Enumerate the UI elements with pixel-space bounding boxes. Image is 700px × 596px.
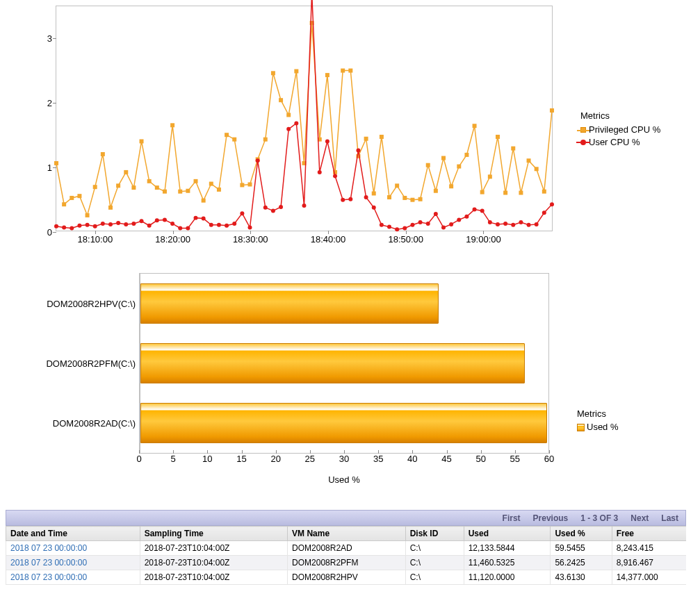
table-row: 2018 07 23 00:00:002018-07-23T10:04:00ZD… [6,570,687,585]
table-body: 2018 07 23 00:00:002018-07-23T10:04:00ZD… [6,541,687,585]
bar-x-tick: 25 [305,454,315,464]
data-point [496,135,500,139]
pager-first[interactable]: First [503,513,521,523]
disk-bar-chart-panel: DOM2008R2HPV(C:\)DOM2008R2PFM(C:\)DOM200… [0,273,686,485]
data-point [294,69,298,74]
data-point [341,198,345,202]
table-cell: 59.5455 [551,541,612,556]
bar-category-label: DOM2008R2PFM(C:\) [1,358,140,369]
data-point [535,222,539,226]
data-point [163,217,167,222]
data-point [488,220,492,224]
data-point [348,197,352,201]
data-point [86,223,90,227]
bar-x-axis-label: Used % [139,474,549,485]
table-cell: 2018-07-23T10:04:00Z [140,556,287,570]
x-tick: 18:10:00 [78,234,113,245]
data-point [511,147,515,151]
bar-row: DOM2008R2HPV(C:\) [1,274,550,333]
data-point [410,198,414,202]
column-header[interactable]: VM Name [288,527,406,541]
data-point [155,218,159,222]
data-point [124,170,128,174]
data-point [256,158,260,163]
data-point [108,206,113,210]
table-cell: 2018-07-23T10:04:00Z [140,570,287,585]
data-point [441,156,446,160]
data-point [232,138,236,142]
x-tick: 19:00:00 [466,234,501,245]
column-header[interactable]: Used [464,527,551,541]
data-point [434,189,438,193]
date-link[interactable]: 2018 07 23 00:00:00 [6,541,140,556]
data-point [464,215,469,219]
pager-last[interactable]: Last [661,513,678,523]
table-cell: C:\ [405,541,464,556]
data-point [441,226,446,230]
y-tick: 3 [42,33,52,44]
date-link[interactable]: 2018 07 23 00:00:00 [6,556,140,570]
table-cell: 43.6130 [551,570,612,585]
legend-item-used: Used % [577,421,619,433]
data-point [186,226,190,230]
table-cell: DOM2008R2AD [288,541,406,556]
data-point [279,98,283,102]
data-point [140,219,144,223]
pager-next[interactable]: Next [630,513,649,523]
data-point [116,183,120,188]
legend-title: Metrics [577,408,619,420]
data-point [232,222,236,226]
data-point [147,179,152,183]
data-point [286,127,291,131]
pager-previous[interactable]: Previous [533,513,569,523]
y-tick: 1 [42,163,52,173]
data-point [302,204,306,208]
cpu-line-chart: 012318:10:0018:20:0018:30:0018:40:0018:5… [56,6,553,231]
table-row: 2018 07 23 00:00:002018-07-23T10:04:00ZD… [6,541,687,556]
table-cell: 56.2425 [551,556,612,570]
data-point [279,205,283,209]
data-point [542,190,546,194]
data-point [217,223,221,227]
legend-label: User CPU % [589,136,640,149]
data-point [77,224,81,228]
data-point [140,139,144,143]
data-point [124,222,128,226]
table-cell: C:\ [405,556,464,570]
table-pager: First Previous 1 - 3 OF 3 Next Last [6,510,686,526]
x-tick: 18:50:00 [388,234,423,245]
data-point [488,174,492,179]
data-point [325,139,329,143]
table-cell: DOM2008R2HPV [288,570,406,585]
bar-x-tick: 5 [171,454,176,464]
data-point [263,138,268,142]
bar-x-tick: 40 [407,454,417,464]
cpu-line-chart-panel: 012318:10:0018:20:0018:30:0018:40:0018:5… [0,6,686,231]
data-point [496,222,500,226]
disk-bar-chart: DOM2008R2HPV(C:\)DOM2008R2PFM(C:\)DOM200… [0,273,549,485]
data-point [480,208,485,213]
column-header[interactable]: Disk ID [405,527,464,541]
bar-category-label: DOM2008R2HPV(C:\) [1,299,140,309]
data-point [209,182,213,186]
column-header[interactable]: Sampling Time [140,527,287,541]
column-header[interactable]: Date and Time [6,527,140,541]
data-point [434,212,438,216]
data-table: Date and TimeSampling TimeVM NameDisk ID… [6,526,686,585]
column-header[interactable]: Free [612,527,686,541]
bar-x-tick: 0 [136,454,141,464]
data-point [286,113,291,117]
column-header[interactable]: Used % [551,527,612,541]
bar-x-tick: 55 [510,454,520,464]
data-point [372,191,376,195]
data-point [202,199,206,203]
data-point [325,73,329,77]
bar-x-tick: 30 [339,454,349,464]
data-point [93,185,97,189]
table-cell: 11,120.0000 [464,570,551,585]
data-point [542,210,546,215]
data-point [364,195,368,199]
cpu-chart-legend: Metrics Privileged CPU % User CPU % [580,110,660,149]
pager-range: 1 - 3 OF 3 [580,513,618,523]
date-link[interactable]: 2018 07 23 00:00:00 [6,570,140,585]
